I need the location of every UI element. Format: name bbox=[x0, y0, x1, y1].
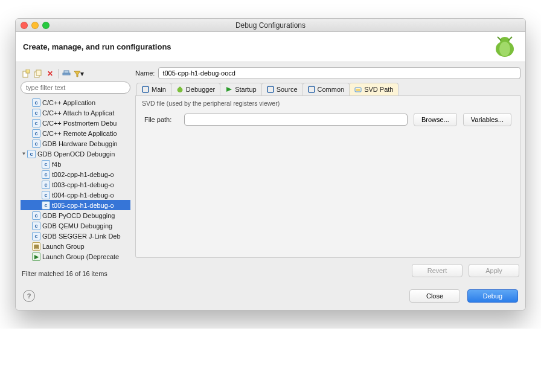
svg-rect-6 bbox=[26, 69, 30, 73]
tree-row[interactable]: cf4b bbox=[21, 159, 130, 169]
main-icon bbox=[142, 86, 149, 93]
delete-config-button[interactable]: ✕ bbox=[45, 68, 56, 79]
c-config-icon: c bbox=[42, 181, 50, 189]
tree-row[interactable]: cGDB SEGGER J-Link Deb bbox=[21, 231, 130, 241]
tree-label: C/C++ Remote Applicatio bbox=[42, 130, 129, 137]
help-icon[interactable]: ? bbox=[23, 290, 35, 302]
dialog-header: Create, manage, and run configurations bbox=[16, 32, 525, 62]
svg-rect-16 bbox=[267, 86, 274, 92]
svg-marker-11 bbox=[74, 71, 80, 77]
tree-label: t003-cpp-h1-debug-o bbox=[52, 181, 129, 188]
tree-row[interactable]: ▶Launch Group (Deprecate bbox=[21, 251, 130, 262]
tab-label: Main bbox=[152, 86, 166, 93]
tab-label: Common bbox=[318, 86, 345, 93]
tree-label: f4b bbox=[52, 161, 129, 168]
header-title: Create, manage, and run configurations bbox=[23, 42, 171, 51]
tree-label: Launch Group bbox=[42, 243, 129, 250]
launch-group-icon: ▤ bbox=[32, 242, 40, 251]
c-config-icon: c bbox=[42, 191, 50, 199]
c-config-icon: c bbox=[27, 150, 36, 158]
tab-bar: MainDebuggerStartupSourceCommonSVD Path bbox=[135, 83, 520, 96]
launch-group-deprecated-icon: ▶ bbox=[32, 252, 40, 261]
tree-label: GDB QEMU Debugging bbox=[42, 222, 129, 230]
debugger-icon bbox=[176, 86, 184, 93]
tree-row[interactable]: cC/C++ Postmortem Debu bbox=[21, 118, 130, 128]
revert-button[interactable]: Revert bbox=[412, 264, 463, 277]
tree-label: Launch Group (Deprecate bbox=[42, 253, 129, 260]
tree-row[interactable]: ct002-cpp-h1-debug-o bbox=[21, 169, 130, 179]
tree-label: t005-cpp-h1-debug-o bbox=[52, 202, 129, 209]
debug-button[interactable]: Debug bbox=[467, 289, 518, 303]
tab-startup[interactable]: Startup bbox=[220, 83, 261, 95]
tree-label: t002-cpp-h1-debug-o bbox=[52, 171, 129, 178]
file-path-input[interactable] bbox=[184, 114, 408, 126]
window-title: Debug Configurations bbox=[21, 21, 520, 30]
tree-label: C/C++ Application bbox=[42, 99, 129, 106]
file-path-label: File path: bbox=[144, 116, 178, 123]
c-config-icon: c bbox=[42, 160, 50, 169]
config-tree[interactable]: cC/C++ ApplicationcC/C++ Attach to Appli… bbox=[21, 96, 130, 266]
c-config-icon: c bbox=[32, 222, 40, 230]
tab-main[interactable]: Main bbox=[136, 83, 171, 95]
c-config-icon: c bbox=[32, 232, 40, 240]
name-input[interactable] bbox=[158, 67, 520, 79]
svd-path-panel: SVD file (used by the peripheral registe… bbox=[135, 96, 520, 258]
tree-row[interactable]: cGDB PyOCD Debugging bbox=[21, 210, 130, 220]
duplicate-config-button[interactable] bbox=[33, 68, 43, 79]
svg-marker-15 bbox=[226, 87, 232, 92]
new-config-button[interactable] bbox=[21, 68, 31, 79]
svg-rect-12 bbox=[142, 86, 149, 92]
tree-row[interactable]: cC/C++ Attach to Applicat bbox=[21, 108, 130, 118]
bug-icon bbox=[491, 33, 518, 60]
tree-label: GDB OpenOCD Debuggin bbox=[37, 150, 129, 158]
tree-row[interactable]: ct005-cpp-h1-debug-o bbox=[21, 200, 130, 210]
c-config-icon: c bbox=[32, 119, 40, 127]
c-config-icon: c bbox=[42, 201, 50, 210]
c-config-icon: c bbox=[42, 170, 50, 179]
tree-label: C/C++ Attach to Applicat bbox=[42, 109, 129, 117]
source-icon bbox=[267, 86, 274, 93]
tree-toolbar: ✕ ▾ bbox=[21, 67, 130, 82]
name-label: Name: bbox=[135, 69, 155, 77]
window-maximize-button[interactable] bbox=[42, 22, 50, 29]
c-config-icon: c bbox=[32, 129, 40, 138]
c-config-icon: c bbox=[32, 211, 40, 220]
tab-common[interactable]: Common bbox=[303, 83, 350, 95]
browse-button[interactable]: Browse... bbox=[414, 113, 457, 126]
disclosure-open-icon: ▼ bbox=[21, 151, 27, 156]
tree-row[interactable]: ▼cGDB OpenOCD Debuggin bbox=[21, 149, 130, 159]
tab-label: SVD Path bbox=[364, 86, 393, 93]
tree-row[interactable]: cGDB QEMU Debugging bbox=[21, 220, 130, 231]
tab-svd-path[interactable]: SVD Path bbox=[349, 83, 399, 95]
tree-label: GDB Hardware Debuggin bbox=[42, 140, 129, 147]
tree-row[interactable]: cGDB Hardware Debuggin bbox=[21, 138, 130, 149]
tab-label: Startup bbox=[235, 86, 256, 93]
window-close-button[interactable] bbox=[21, 22, 28, 29]
svg-rect-19 bbox=[356, 89, 360, 91]
startup-icon bbox=[225, 86, 232, 93]
tree-label: GDB SEGGER J-Link Deb bbox=[42, 233, 129, 240]
svg-rect-10 bbox=[64, 71, 69, 73]
tab-debugger[interactable]: Debugger bbox=[171, 83, 220, 95]
filter-dropdown-button[interactable]: ▾ bbox=[73, 68, 84, 79]
filter-input[interactable] bbox=[21, 82, 130, 94]
tab-source[interactable]: Source bbox=[261, 83, 303, 95]
panel-subtitle: SVD file (used by the peripheral registe… bbox=[136, 96, 520, 111]
c-config-icon: c bbox=[32, 98, 40, 107]
svg-rect-8 bbox=[36, 70, 41, 76]
tree-row[interactable]: ct003-cpp-h1-debug-o bbox=[21, 179, 130, 190]
tree-label: t004-cpp-h1-debug-o bbox=[52, 191, 129, 199]
collapse-all-button[interactable] bbox=[61, 68, 72, 79]
window-minimize-button[interactable] bbox=[31, 22, 39, 29]
close-button[interactable]: Close bbox=[409, 289, 460, 303]
tree-row[interactable]: cC/C++ Remote Applicatio bbox=[21, 128, 130, 138]
apply-button[interactable]: Apply bbox=[469, 264, 519, 277]
tree-row[interactable]: ▤Launch Group bbox=[21, 241, 130, 251]
variables-button[interactable]: Variables... bbox=[463, 113, 511, 126]
tree-row[interactable]: ct004-cpp-h1-debug-o bbox=[21, 190, 130, 200]
tree-row[interactable]: cC/C++ Application bbox=[21, 97, 130, 108]
tab-label: Debugger bbox=[186, 86, 215, 93]
tab-label: Source bbox=[277, 86, 298, 93]
toolbar-separator bbox=[58, 69, 59, 79]
tree-label: GDB PyOCD Debugging bbox=[42, 212, 129, 219]
